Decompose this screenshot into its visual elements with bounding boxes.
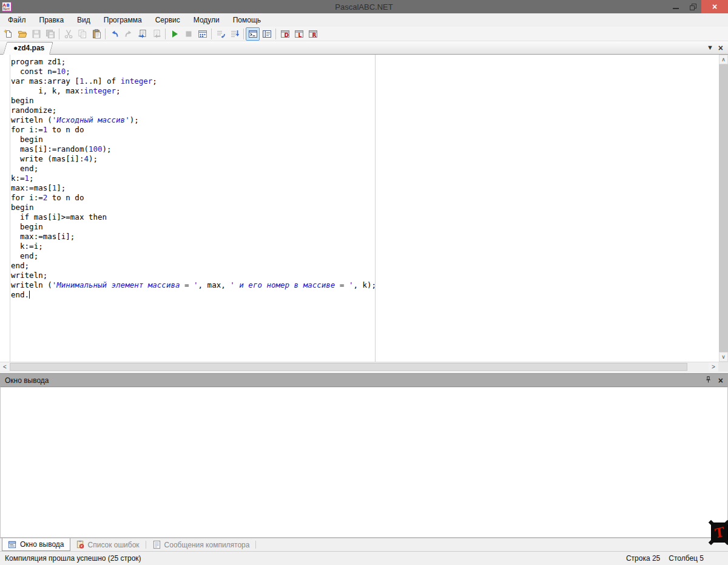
step-into-button[interactable] <box>228 27 241 41</box>
debug-window-d-button[interactable]: D <box>278 27 292 41</box>
cut-button[interactable] <box>61 27 75 41</box>
vertical-scroll-track[interactable] <box>719 64 728 352</box>
toggle-structure-window-button[interactable] <box>260 27 274 41</box>
step-into-icon <box>230 29 240 39</box>
scroll-up-icon[interactable]: ∧ <box>719 55 728 64</box>
tab-error-list[interactable]: Список ошибок <box>70 538 145 551</box>
new-file-button[interactable] <box>1 27 15 41</box>
toolbar-separator <box>211 29 212 39</box>
goto-page-button[interactable] <box>135 27 149 41</box>
run-icon <box>170 29 180 39</box>
menu-modules[interactable]: Модули <box>187 14 226 26</box>
statusbar: Компиляция прошла успешно (25 строк) Стр… <box>0 551 728 565</box>
menu-file[interactable]: Файл <box>1 14 33 26</box>
horizontal-scroll-thumb[interactable] <box>10 363 687 371</box>
tab-list-dropdown-icon[interactable]: ▼ <box>707 44 713 51</box>
code-line-9[interactable]: begin <box>11 135 718 144</box>
save-button[interactable] <box>29 27 43 41</box>
code-line-10[interactable]: mas[i]:=random(100); <box>11 144 718 154</box>
horizontal-scroll-track[interactable] <box>10 362 709 371</box>
editor-horizontal-scrollbar[interactable]: < > <box>0 362 728 371</box>
menu-service[interactable]: Сервис <box>149 14 187 26</box>
code-line-6[interactable]: randomize; <box>11 106 718 115</box>
code-line-3[interactable]: var mas:array [1..n] of integer; <box>11 76 718 86</box>
debug-window-r-button[interactable]: R <box>306 27 320 41</box>
output-close-icon[interactable]: × <box>718 376 723 385</box>
new-file-icon <box>4 29 13 39</box>
undo-icon <box>110 29 120 39</box>
menu-edit[interactable]: Правка <box>33 14 71 26</box>
output-panel-header: Окно вывода × <box>0 373 728 387</box>
status-line: Строка 25 <box>626 554 660 563</box>
code-line-21[interactable]: end; <box>11 251 718 261</box>
titlebar: ABNet PascalABC.NET × <box>0 0 728 13</box>
redo-button[interactable] <box>121 27 135 41</box>
editor-vertical-scrollbar[interactable]: ∧ ∨ <box>719 55 728 362</box>
app-logo-icon: ABNet <box>2 2 12 12</box>
run-button[interactable] <box>167 27 181 41</box>
copy-button[interactable] <box>75 27 89 41</box>
code-line-23[interactable]: writeln; <box>11 271 718 280</box>
stop-button[interactable] <box>181 27 195 41</box>
menubar: Файл Правка Вид Программа Сервис Модули … <box>0 13 728 27</box>
code-line-8[interactable]: for i:=1 to n do <box>11 125 718 135</box>
code-line-24[interactable]: writeln ('Минимальный элемент массива = … <box>11 280 718 290</box>
code-area[interactable]: program zd1; const n=10;var mas:array [1… <box>0 57 718 300</box>
minimize-button[interactable] <box>667 0 684 13</box>
code-line-13[interactable]: k:=1; <box>11 174 718 183</box>
code-line-2[interactable]: const n=10; <box>11 67 718 76</box>
tab-label: zd4.pas <box>18 44 44 52</box>
goto-back-icon <box>152 29 161 39</box>
scroll-left-icon[interactable]: < <box>0 362 10 371</box>
menu-help[interactable]: Помощь <box>226 14 268 26</box>
tab-output-window[interactable]: Окно вывода <box>2 538 70 551</box>
code-line-4[interactable]: i, k, max:integer; <box>11 86 718 96</box>
code-line-17[interactable]: if mas[i]>=max then <box>11 212 718 222</box>
scroll-down-icon[interactable]: ∨ <box>719 352 728 362</box>
code-line-16[interactable]: begin <box>11 203 718 212</box>
code-line-11[interactable]: write (mas[i]:4); <box>11 154 718 164</box>
code-line-20[interactable]: k:=i; <box>11 242 718 251</box>
debug-window-l-button[interactable]: L <box>292 27 306 41</box>
status-column: Столбец 5 <box>669 554 704 563</box>
scroll-right-icon[interactable]: > <box>709 362 718 371</box>
code-line-25[interactable]: end. <box>11 290 718 300</box>
tab-compiler-messages[interactable]: Сообщения компилятора <box>147 538 255 551</box>
step-over-button[interactable] <box>214 27 228 41</box>
undo-button[interactable] <box>107 27 121 41</box>
tab-close-icon[interactable]: × <box>718 44 723 52</box>
toggle-output-window-button[interactable] <box>246 27 260 41</box>
menu-program[interactable]: Программа <box>97 14 149 26</box>
paste-button[interactable] <box>89 27 103 41</box>
tab-zd4-pas[interactable]: ●zd4.pas <box>8 42 52 54</box>
tab-separator <box>146 541 146 549</box>
copy-icon <box>78 29 87 39</box>
pin-icon[interactable] <box>704 376 712 385</box>
code-line-14[interactable]: max:=mas[1]; <box>11 183 718 193</box>
code-line-15[interactable]: for i:=2 to n do <box>11 193 718 203</box>
window-controls: × <box>667 0 728 13</box>
text-caret <box>29 291 30 299</box>
caret-position: Строка 25 Столбец 5 <box>626 554 723 563</box>
goto-page-icon <box>138 29 147 39</box>
output-panel-controls: × <box>704 376 723 385</box>
restore-button[interactable] <box>684 0 701 13</box>
save-all-button[interactable] <box>43 27 57 41</box>
code-line-22[interactable]: end; <box>11 261 718 271</box>
run-step-button[interactable] <box>195 27 209 41</box>
cut-icon <box>64 29 73 39</box>
toolbar-separator <box>59 29 59 39</box>
code-line-19[interactable]: max:=mas[i]; <box>11 232 718 242</box>
goto-back-button[interactable] <box>149 27 163 41</box>
close-button[interactable]: × <box>701 0 728 13</box>
output-window-content <box>0 387 728 538</box>
error-list-icon <box>76 540 85 549</box>
code-line-1[interactable]: program zd1; <box>11 57 718 67</box>
menu-view[interactable]: Вид <box>70 14 97 26</box>
open-file-button[interactable] <box>15 27 29 41</box>
code-line-18[interactable]: begin <box>11 222 718 232</box>
code-editor[interactable]: program zd1; const n=10;var mas:array [1… <box>0 55 728 362</box>
code-line-7[interactable]: writeln ('Исходный массив'); <box>11 115 718 125</box>
code-line-5[interactable]: begin <box>11 96 718 106</box>
code-line-12[interactable]: end; <box>11 164 718 174</box>
